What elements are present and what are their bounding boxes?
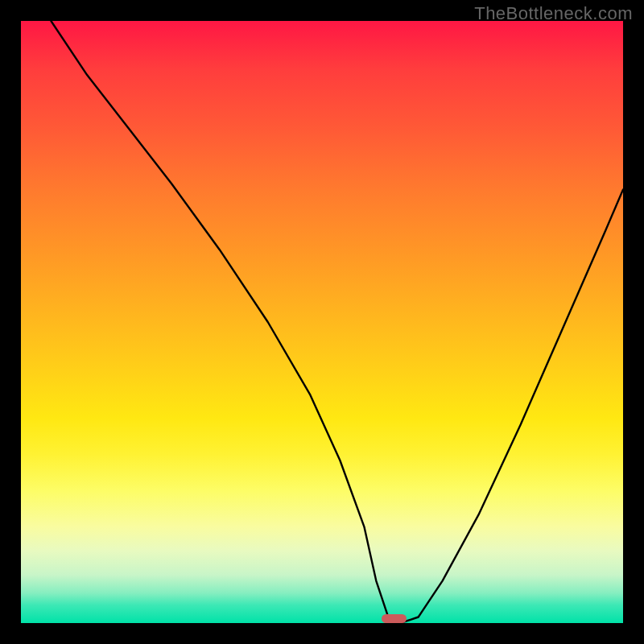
bottleneck-curve bbox=[21, 21, 623, 623]
plot-area bbox=[21, 21, 623, 623]
optimal-marker bbox=[382, 614, 407, 623]
watermark-text: TheBottleneck.com bbox=[474, 3, 633, 24]
